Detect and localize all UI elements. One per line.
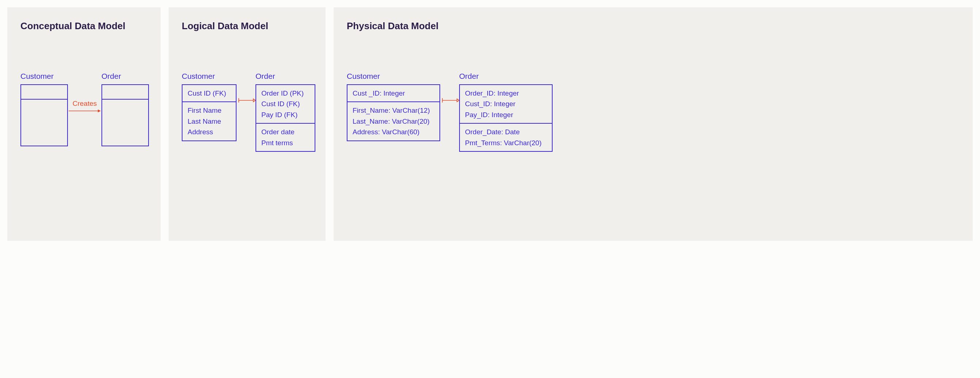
relationship-connector-icon bbox=[440, 97, 459, 103]
attr-line: Last Name bbox=[188, 116, 231, 127]
conceptual-order-box bbox=[102, 84, 149, 146]
attr-line: Order_ID: Integer bbox=[465, 88, 547, 98]
physical-order-box: Order_ID: IntegerCust_ID: IntegerPay_ID:… bbox=[459, 84, 553, 152]
entity-label-customer: Customer bbox=[347, 72, 440, 81]
attr-line: Pay_ID: Integer bbox=[465, 110, 547, 120]
attr-line: Order_Date: Date bbox=[465, 127, 547, 137]
panel-title-logical: Logical Data Model bbox=[182, 21, 312, 32]
physical-customer-box: Cust _ID: Integer First_Name: VarChar(12… bbox=[347, 84, 440, 141]
conceptual-customer-entity: Customer bbox=[21, 72, 68, 146]
entity-label-order: Order bbox=[256, 72, 315, 81]
physical-relationship bbox=[440, 97, 459, 103]
entity-label-customer: Customer bbox=[182, 72, 237, 81]
relationship-label: Creates bbox=[73, 100, 97, 108]
entity-label-customer: Customer bbox=[21, 72, 68, 81]
physical-order-entity: Order Order_ID: IntegerCust_ID: IntegerP… bbox=[459, 72, 553, 152]
panel-conceptual: Conceptual Data Model Customer Creates O… bbox=[7, 7, 161, 241]
physical-order-keys: Order_ID: IntegerCust_ID: IntegerPay_ID:… bbox=[460, 85, 552, 123]
conceptual-customer-box bbox=[21, 84, 68, 146]
attr-line: Cust_ID: Integer bbox=[465, 98, 547, 109]
logical-customer-keys: Cust ID (FK) bbox=[183, 85, 236, 102]
attr-line: First_Name: VarChar(12) bbox=[353, 105, 434, 116]
logical-customer-box: Cust ID (FK) First NameLast NameAddress bbox=[182, 84, 237, 141]
conceptual-order-entity: Order bbox=[102, 72, 149, 146]
attr-line: Address bbox=[188, 127, 231, 137]
physical-customer-keys: Cust _ID: Integer bbox=[347, 85, 439, 102]
svg-marker-1 bbox=[98, 110, 101, 113]
physical-customer-entity: Customer Cust _ID: Integer First_Name: V… bbox=[347, 72, 440, 141]
panel-physical: Physical Data Model Customer Cust _ID: I… bbox=[334, 7, 973, 241]
attr-line: First Name bbox=[188, 105, 231, 116]
physical-customer-attrs: First_Name: VarChar(12)Last_Name: VarCha… bbox=[347, 102, 439, 140]
panel-title-physical: Physical Data Model bbox=[347, 21, 959, 32]
attr-line: Pmt terms bbox=[261, 138, 310, 148]
logical-customer-entity: Customer Cust ID (FK) First NameLast Nam… bbox=[182, 72, 237, 141]
logical-order-attrs: Order datePmt terms bbox=[256, 123, 315, 151]
logical-order-box: Order ID (PK)Cust ID (FK)Pay ID (FK) Ord… bbox=[256, 84, 315, 152]
attr-line: Pmt_Terms: VarChar(20) bbox=[465, 138, 547, 148]
physical-order-attrs: Order_Date: DatePmt_Terms: VarChar(20) bbox=[460, 123, 552, 151]
attr-line: Last_Name: VarChar(20) bbox=[353, 116, 434, 127]
attr-line: Cust _ID: Integer bbox=[353, 88, 434, 98]
attr-line: Pay ID (FK) bbox=[261, 110, 310, 120]
arrow-right-icon bbox=[68, 108, 102, 113]
entity-label-order: Order bbox=[459, 72, 553, 81]
conceptual-relationship: Creates bbox=[68, 100, 102, 113]
attr-line: Cust ID (FK) bbox=[188, 88, 231, 98]
attr-line: Order date bbox=[261, 127, 310, 137]
panel-logical: Logical Data Model Customer Cust ID (FK)… bbox=[169, 7, 326, 241]
logical-order-keys: Order ID (PK)Cust ID (FK)Pay ID (FK) bbox=[256, 85, 315, 123]
attr-line: Cust ID (FK) bbox=[261, 98, 310, 109]
logical-customer-attrs: First NameLast NameAddress bbox=[183, 102, 236, 140]
logical-relationship bbox=[237, 97, 256, 103]
relationship-connector-icon bbox=[237, 97, 256, 103]
diagram-canvas: Conceptual Data Model Customer Creates O… bbox=[7, 7, 973, 241]
attr-line: Address: VarChar(60) bbox=[353, 127, 434, 137]
attr-line: Order ID (PK) bbox=[261, 88, 310, 98]
panel-title-conceptual: Conceptual Data Model bbox=[21, 21, 148, 32]
entity-label-order: Order bbox=[102, 72, 149, 81]
logical-order-entity: Order Order ID (PK)Cust ID (FK)Pay ID (F… bbox=[256, 72, 315, 152]
